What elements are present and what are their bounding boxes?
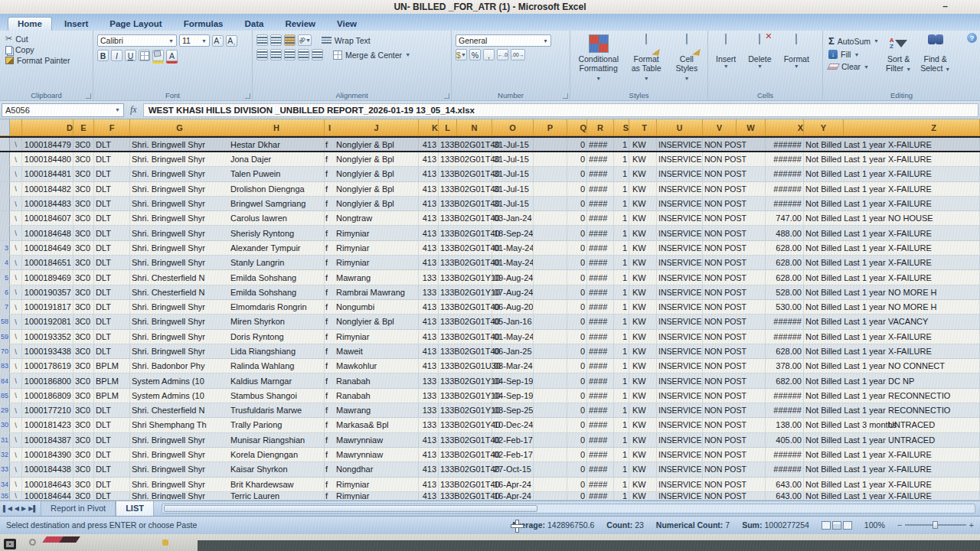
cell-y[interactable]: Not Billed Last 1 year bbox=[804, 256, 844, 269]
format-painter-button[interactable]: Format Painter bbox=[4, 55, 89, 66]
cell-p[interactable] bbox=[534, 492, 567, 500]
format-cells-button[interactable]: Format▼ bbox=[780, 33, 813, 90]
number-dialog-launcher[interactable] bbox=[563, 93, 568, 99]
cell-h[interactable]: Hestar Dkhar bbox=[229, 138, 325, 151]
cell-c[interactable]: \ bbox=[10, 167, 22, 181]
cell-k[interactable]: 413 bbox=[419, 182, 439, 196]
row-header-corner[interactable] bbox=[0, 119, 10, 136]
cell-e[interactable]: 3C0 bbox=[74, 211, 94, 225]
cell-h[interactable]: Stanly Langrin bbox=[229, 256, 325, 269]
cell-k[interactable]: 413 bbox=[419, 138, 439, 151]
cell-y[interactable]: Not Billed Last 1 year bbox=[804, 211, 844, 225]
cell-s[interactable]: 1 bbox=[614, 418, 629, 432]
cell-r[interactable]: #### bbox=[587, 300, 614, 314]
cell-j[interactable]: Maweit bbox=[335, 344, 419, 358]
cell-x[interactable]: ###### bbox=[766, 330, 804, 344]
cell-c[interactable]: \ bbox=[10, 389, 22, 403]
cell-u[interactable]: INSERVICE bbox=[657, 211, 703, 225]
cell-f[interactable]: DLT bbox=[94, 462, 130, 476]
bold-button[interactable]: B bbox=[97, 50, 109, 61]
name-box[interactable]: A5056▼ bbox=[2, 103, 124, 117]
cell-p[interactable] bbox=[534, 270, 567, 284]
cell-g[interactable]: Shri. Bringwell Shyr bbox=[130, 211, 229, 225]
cell-r[interactable]: #### bbox=[587, 492, 614, 500]
cell-c[interactable]: \ bbox=[10, 197, 22, 210]
cell-v[interactable]: NON POST bbox=[703, 418, 737, 432]
cell-u[interactable]: INSERVICE bbox=[657, 256, 703, 269]
cell-c[interactable]: \ bbox=[10, 315, 22, 328]
cell-x[interactable]: ###### bbox=[766, 315, 804, 328]
cell-u[interactable]: INSERVICE bbox=[657, 330, 703, 344]
last-sheet-button[interactable]: ▶▌ bbox=[28, 505, 38, 512]
cell-h[interactable]: Elmomdaris Rongrin bbox=[229, 300, 325, 314]
cell-k[interactable]: 413 bbox=[419, 478, 439, 491]
cell-e[interactable]: 3C0 bbox=[74, 197, 94, 210]
comma-style-button[interactable]: , bbox=[483, 49, 495, 60]
cell-p[interactable] bbox=[534, 373, 567, 387]
cell-x[interactable]: 405.00 bbox=[766, 433, 804, 447]
cell-r[interactable]: #### bbox=[587, 152, 614, 166]
cell-l[interactable]: 133B02G01T40 bbox=[439, 344, 457, 358]
cell-c[interactable]: \ bbox=[10, 448, 22, 461]
cell-k[interactable]: 413 bbox=[419, 448, 439, 461]
conditional-formatting-button[interactable]: Conditional Formatting ▼ bbox=[574, 33, 622, 90]
cell-s[interactable]: 1 bbox=[614, 300, 629, 314]
cell-q[interactable]: 0 bbox=[567, 403, 587, 417]
cell-p[interactable] bbox=[534, 152, 567, 166]
cell-x[interactable]: ###### bbox=[766, 152, 804, 166]
cell-l[interactable]: 133B02G01T40 bbox=[439, 211, 457, 225]
clear-button[interactable]: Clear▼ bbox=[827, 61, 880, 72]
cell-p[interactable] bbox=[534, 389, 567, 403]
cell-d[interactable]: 1000184643 bbox=[22, 478, 74, 491]
cell-l[interactable]: 133B02G01T40 bbox=[439, 330, 457, 344]
column-header-d[interactable]: D bbox=[22, 119, 74, 136]
align-center-button[interactable] bbox=[270, 49, 282, 60]
cell-d[interactable]: 1000184387 bbox=[22, 433, 74, 447]
cell-f[interactable]: DLT bbox=[94, 478, 130, 491]
cell-s[interactable]: 1 bbox=[614, 256, 629, 269]
tab-review[interactable]: Review bbox=[276, 18, 325, 31]
cell-v[interactable]: NON POST bbox=[703, 478, 737, 491]
cell-l[interactable]: 133B02G01T40 bbox=[439, 167, 457, 181]
cell-t[interactable]: KW bbox=[629, 300, 657, 314]
cell-d[interactable]: 1000184648 bbox=[22, 226, 74, 240]
cell-k[interactable]: 413 bbox=[419, 241, 439, 255]
column-header-e[interactable]: E bbox=[74, 119, 94, 136]
cell-j[interactable]: Mawkohlur bbox=[335, 359, 419, 373]
cell-y[interactable]: Not Billed Last 1 year bbox=[804, 241, 844, 255]
row-number[interactable]: 6 bbox=[0, 285, 10, 299]
cell-d[interactable]: 1000184438 bbox=[22, 462, 74, 476]
cell-t[interactable]: KW bbox=[629, 492, 657, 500]
cell-p[interactable] bbox=[534, 330, 567, 344]
cell-i[interactable]: f bbox=[325, 241, 335, 255]
cell-r[interactable]: #### bbox=[587, 418, 614, 432]
cell-i[interactable]: f bbox=[325, 300, 335, 314]
cell-h[interactable]: Doris Ryntong bbox=[229, 330, 325, 344]
cell-k[interactable]: 413 bbox=[419, 152, 439, 166]
cell-p[interactable] bbox=[534, 448, 567, 461]
cell-d[interactable]: 1000178619 bbox=[22, 359, 74, 373]
cell-q[interactable]: 0 bbox=[567, 462, 587, 476]
cell-e[interactable]: 3C0 bbox=[74, 403, 94, 417]
cell-y[interactable]: Not Billed Last 1 year bbox=[804, 403, 844, 417]
cell-f[interactable]: DLT bbox=[94, 344, 130, 358]
column-header-x[interactable]: X bbox=[766, 119, 804, 136]
cell-y[interactable]: Not Billed Last 1 year bbox=[804, 448, 844, 461]
shrink-font-button[interactable]: Aˌ bbox=[226, 35, 237, 47]
cell-g[interactable]: Shri. Bringwell Shyr bbox=[130, 241, 229, 255]
cell-s[interactable]: 1 bbox=[614, 315, 629, 328]
cell-g[interactable]: Shri. Badonbor Phy bbox=[130, 359, 229, 373]
cell-e[interactable]: 3C0 bbox=[74, 152, 94, 166]
row-number[interactable] bbox=[0, 167, 10, 181]
cell-e[interactable]: 3C0 bbox=[74, 373, 94, 387]
cell-t[interactable]: KW bbox=[629, 138, 657, 151]
cell-i[interactable]: f bbox=[325, 403, 335, 417]
cell-d[interactable]: 1000184651 bbox=[22, 256, 74, 269]
cell-f[interactable]: DLT bbox=[94, 197, 130, 210]
cell-t[interactable]: KW bbox=[629, 478, 657, 491]
cell-v[interactable]: NON POST bbox=[703, 462, 737, 476]
cell-e[interactable]: 3C0 bbox=[74, 285, 94, 299]
cell-f[interactable]: DLT bbox=[94, 433, 130, 447]
tab-page-layout[interactable]: Page Layout bbox=[100, 18, 171, 31]
cell-i[interactable]: f bbox=[325, 270, 335, 284]
